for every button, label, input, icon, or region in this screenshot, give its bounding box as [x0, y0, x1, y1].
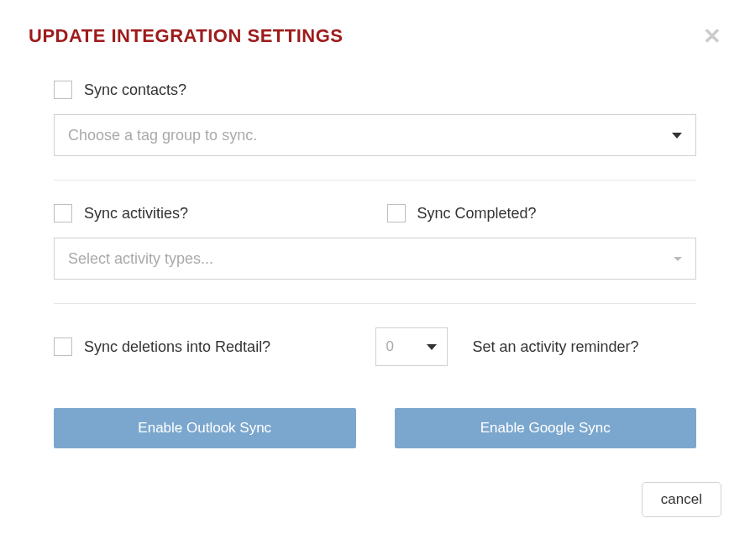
deletions-reminder-row: Sync deletions into Redtail? 0 Set an ac…	[54, 327, 696, 366]
enable-buttons-row: Enable Outlook Sync Enable Google Sync	[54, 408, 696, 448]
reminder-select[interactable]: 0	[375, 327, 448, 366]
modal-body: Sync contacts? Choose a tag group to syn…	[29, 81, 721, 448]
sync-activities-row: Sync activities? Sync Completed?	[54, 204, 696, 222]
tag-group-placeholder: Choose a tag group to sync.	[68, 127, 257, 144]
modal-title: UPDATE INTEGRATION SETTINGS	[29, 25, 343, 47]
close-icon[interactable]: ✕	[703, 25, 721, 47]
chevron-down-icon	[427, 344, 437, 350]
sync-deletions-checkbox[interactable]	[54, 338, 72, 356]
reminder-value: 0	[386, 338, 394, 355]
sync-contacts-checkbox[interactable]	[54, 81, 72, 99]
reminder-col: 0 Set an activity reminder?	[375, 327, 697, 366]
integration-settings-modal: UPDATE INTEGRATION SETTINGS ✕ Sync conta…	[0, 0, 750, 542]
divider	[54, 180, 696, 181]
modal-header: UPDATE INTEGRATION SETTINGS ✕	[29, 25, 721, 47]
sync-contacts-label: Sync contacts?	[84, 81, 186, 99]
sync-completed-col: Sync Completed?	[387, 204, 709, 222]
cancel-button[interactable]: cancel	[642, 482, 721, 517]
tag-group-select[interactable]: Choose a tag group to sync.	[54, 114, 696, 156]
modal-footer: cancel	[29, 482, 721, 517]
sync-activities-checkbox[interactable]	[54, 204, 72, 222]
activity-types-placeholder: Select activity types...	[68, 250, 213, 268]
sync-deletions-label: Sync deletions into Redtail?	[84, 338, 270, 356]
activity-types-select[interactable]: Select activity types...	[54, 238, 696, 280]
sync-contacts-row: Sync contacts?	[54, 81, 696, 99]
reminder-label: Set an activity reminder?	[473, 338, 639, 356]
chevron-down-icon	[674, 257, 682, 261]
sync-completed-checkbox[interactable]	[387, 204, 406, 222]
sync-completed-label: Sync Completed?	[417, 205, 537, 222]
divider	[54, 303, 696, 304]
sync-deletions-col: Sync deletions into Redtail?	[54, 338, 375, 356]
sync-activities-col: Sync activities?	[54, 204, 375, 222]
sync-activities-label: Sync activities?	[84, 205, 188, 222]
enable-outlook-button[interactable]: Enable Outlook Sync	[54, 408, 356, 448]
chevron-down-icon	[672, 133, 682, 139]
enable-google-button[interactable]: Enable Google Sync	[395, 408, 697, 448]
